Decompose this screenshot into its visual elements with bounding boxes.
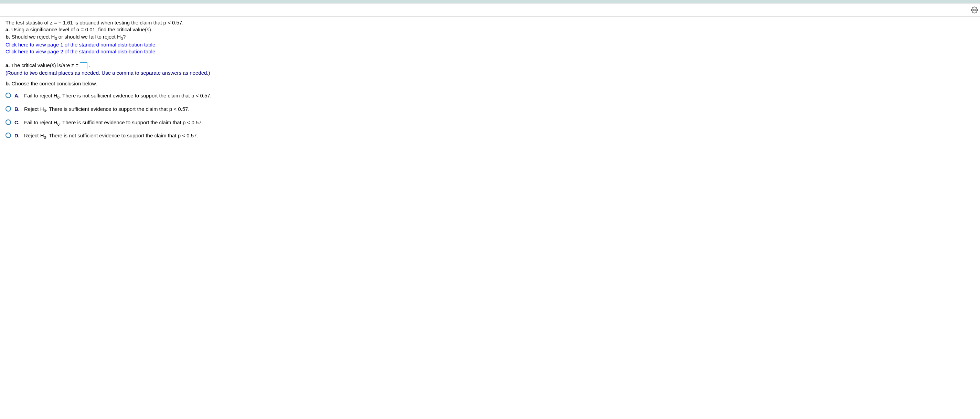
text: <: [187, 119, 190, 125]
text: =: [81, 27, 84, 32]
top-accent-bar: [0, 0, 980, 3]
option-letter: D.: [14, 132, 21, 139]
text: Fail to reject H: [24, 92, 57, 99]
option-letter: A.: [14, 92, 21, 99]
answer-b-prompt: b. Choose the correct conclusion below.: [5, 80, 975, 87]
answer-a-hint: (Round to two decimal places as needed. …: [5, 69, 975, 76]
text: − 1.61: [59, 20, 73, 25]
option-b: B. Reject H0. There is sufficient eviden…: [5, 105, 975, 114]
answer-area: a. The critical value(s) is/are z = . (R…: [5, 58, 975, 140]
text: 0.57.: [186, 132, 198, 139]
link-row-1: Click here to view page 1 of the standar…: [5, 41, 975, 48]
text: is obtained when testing the claim that …: [74, 20, 166, 25]
link-row-2: Click here to view page 2 of the standar…: [5, 48, 975, 55]
text: Choose the correct conclusion below.: [10, 81, 97, 86]
option-text: Fail to reject H0. There is sufficient e…: [24, 119, 203, 127]
text: . There is not sufficient evidence to su…: [46, 132, 181, 139]
text: 0.57.: [178, 106, 189, 112]
table-link-page2[interactable]: Click here to view page 2 of the standar…: [5, 49, 157, 54]
option-letter: C.: [14, 119, 21, 126]
option-text: Reject H0. There is sufficient evidence …: [24, 105, 189, 114]
text: ?: [123, 34, 126, 40]
option-text: Fail to reject H0. There is not sufficie…: [24, 92, 212, 100]
part-label: a.: [5, 62, 10, 68]
option-b-radio[interactable]: [5, 106, 11, 112]
option-c-radio[interactable]: [5, 119, 11, 125]
answer-a-line: a. The critical value(s) is/are z = .: [5, 62, 975, 69]
problem-part-a: a. Using a significance level of α = 0.0…: [5, 26, 975, 33]
text: or should we fail to reject H: [57, 34, 121, 40]
part-label: b.: [5, 34, 10, 40]
text: . There is not sufficient evidence to su…: [59, 92, 194, 99]
text: <: [182, 132, 185, 139]
option-letter: B.: [14, 105, 21, 113]
text: find the critical value(s).: [97, 27, 153, 32]
text: =: [75, 62, 78, 68]
header-bar: [0, 3, 980, 16]
option-d: D. Reject H0. There is not sufficient ev…: [5, 132, 975, 140]
text: The critical value(s) is/are z: [10, 62, 74, 68]
text: <: [196, 92, 199, 99]
options-group: A. Fail to reject H0. There is not suffi…: [5, 92, 975, 140]
critical-value-input[interactable]: [80, 62, 88, 69]
text: Should we reject H: [10, 34, 55, 40]
problem-line-1: The test statistic of z = − 1.61 is obta…: [5, 19, 975, 26]
problem-part-b: b. Should we reject H0 or should we fail…: [5, 33, 975, 41]
option-c: C. Fail to reject H0. There is sufficien…: [5, 119, 975, 127]
part-label: b.: [5, 81, 10, 86]
svg-point-0: [974, 9, 975, 11]
option-a: A. Fail to reject H0. There is not suffi…: [5, 92, 975, 100]
text: 0.57.: [191, 119, 203, 125]
text: Reject H: [24, 106, 44, 112]
text: <: [173, 106, 177, 112]
text: . There is sufficient evidence to suppor…: [59, 119, 186, 125]
text: Reject H: [24, 132, 44, 139]
option-a-radio[interactable]: [5, 92, 11, 98]
part-label: a.: [5, 27, 10, 32]
gear-icon[interactable]: [971, 6, 978, 13]
text: .: [89, 62, 90, 68]
content-area: The test statistic of z = − 1.61 is obta…: [0, 16, 980, 148]
text: 0.01,: [85, 27, 97, 32]
text: 0.57.: [172, 20, 183, 25]
option-d-radio[interactable]: [5, 132, 11, 138]
text: 0.57.: [200, 92, 211, 99]
problem-statement: The test statistic of z = − 1.61 is obta…: [5, 19, 975, 58]
text: . There is sufficient evidence to suppor…: [46, 106, 172, 112]
table-link-page1[interactable]: Click here to view page 1 of the standar…: [5, 41, 157, 48]
text: =: [54, 20, 57, 25]
text: The test statistic of z: [5, 20, 52, 25]
text: Fail to reject H: [24, 119, 57, 125]
text: Using a significance level of α: [10, 27, 80, 32]
option-text: Reject H0. There is not sufficient evide…: [24, 132, 198, 140]
text: <: [167, 20, 171, 25]
